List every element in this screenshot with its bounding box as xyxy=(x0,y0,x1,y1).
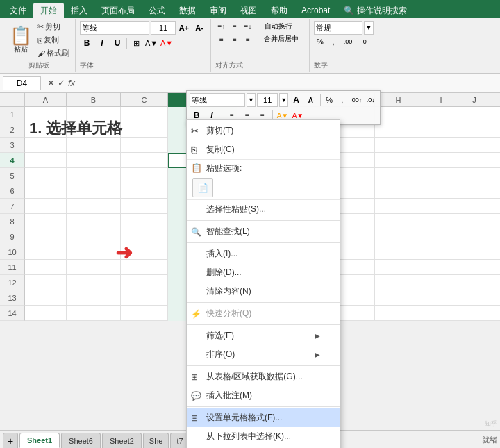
tab-home[interactable]: 开始 xyxy=(33,3,64,18)
sheet-tab-sheet6[interactable]: Sheet6 xyxy=(61,433,101,448)
copy-button[interactable]: ⎘ 复制 xyxy=(36,34,71,46)
wrap-text-button[interactable]: 自动换行 xyxy=(258,21,299,32)
col-header-j[interactable]: J xyxy=(460,93,488,107)
percent-button[interactable]: % xyxy=(314,36,326,47)
italic-button[interactable]: I xyxy=(95,36,109,50)
row-header-9[interactable]: 9 xyxy=(0,229,25,244)
ctx-sort[interactable]: 排序(O) ▶ xyxy=(187,345,340,364)
context-menu: ✂ 剪切(T) ⎘ 复制(C) 📋 粘贴选项: 📄 选择性粘贴(S)... 🔍 … xyxy=(186,119,340,448)
ctx-clear-contents[interactable]: 清除内容(N) xyxy=(187,282,340,301)
ctx-cut[interactable]: ✂ 剪切(T) xyxy=(187,122,340,140)
cell-reference-input[interactable] xyxy=(3,76,41,90)
row-header-13[interactable]: 13 xyxy=(0,290,25,306)
col-header-c[interactable]: C xyxy=(121,93,168,107)
ctx-insert-comment[interactable]: 💬 插入批注(M) xyxy=(187,386,340,405)
ctx-insert[interactable]: 插入(I)... xyxy=(187,244,340,263)
row-header-14[interactable]: 14 xyxy=(0,306,25,321)
row-header-3[interactable]: 3 xyxy=(0,138,25,153)
fill-color-button[interactable]: A▼ xyxy=(144,36,158,50)
format-painter-button[interactable]: 🖌 格式刷 xyxy=(36,47,71,59)
tab-insert[interactable]: 插入 xyxy=(64,3,94,18)
align-middle-button[interactable]: ≡ xyxy=(228,21,241,32)
row-header-8[interactable]: 8 xyxy=(0,214,25,229)
paste-button[interactable]: 📋 粘贴 xyxy=(7,25,35,56)
ribbon-tabs-bar: 文件 开始 插入 页面布局 公式 数据 审阅 视图 帮助 Acrobat 🔍 操… xyxy=(0,0,500,18)
ft-font-dropdown[interactable]: ▼ xyxy=(247,93,256,107)
format-painter-icon: 🖌 xyxy=(38,49,45,58)
formula-function-icon[interactable]: fx xyxy=(68,78,75,88)
align-left-button[interactable]: ≡ xyxy=(215,33,228,44)
ft-decrease-font[interactable]: A xyxy=(304,93,317,107)
font-name-select[interactable] xyxy=(80,21,149,35)
ctx-delete[interactable]: 删除(D)... xyxy=(187,263,340,282)
sheet-tab-add[interactable]: + xyxy=(3,433,18,448)
ft-comma[interactable]: , xyxy=(336,93,348,107)
tab-acrobat[interactable]: Acrobat xyxy=(294,3,337,18)
ft-percent[interactable]: % xyxy=(324,93,335,107)
row-header-4[interactable]: 4 xyxy=(0,153,25,168)
font-color-button[interactable]: A▼ xyxy=(160,36,174,50)
col-header-a[interactable]: A xyxy=(25,93,67,107)
font-size-input[interactable] xyxy=(151,21,176,35)
ft-font-name[interactable] xyxy=(190,93,245,107)
row-header-1[interactable]: 1 xyxy=(0,107,25,122)
col-header-b[interactable]: B xyxy=(67,93,121,107)
formula-input[interactable] xyxy=(81,76,497,90)
tab-help[interactable]: 帮助 xyxy=(264,3,294,18)
row-header-5[interactable]: 5 xyxy=(0,168,25,183)
ctx-selective-paste[interactable]: 选择性粘贴(S)... xyxy=(187,200,340,219)
ctx-format-cells[interactable]: ⊟ 设置单元格格式(F)... xyxy=(187,408,340,427)
ctx-paste-icon-1[interactable]: 📄 xyxy=(192,178,213,197)
tab-file[interactable]: 文件 xyxy=(3,3,33,18)
ft-dec-increase[interactable]: .00↑ xyxy=(349,93,362,107)
cut-icon: ✂ xyxy=(191,126,199,136)
number-format-dropdown[interactable]: ▼ xyxy=(364,21,374,35)
align-right-button[interactable]: ≡ xyxy=(242,33,254,44)
tab-view[interactable]: 视图 xyxy=(233,3,264,18)
tab-data[interactable]: 数据 xyxy=(172,3,203,18)
ft-increase-font[interactable]: A xyxy=(290,93,303,107)
bold-button[interactable]: B xyxy=(80,36,94,50)
ctx-get-from-table[interactable]: ⊞ 从表格/区域获取数据(G)... xyxy=(187,367,340,386)
formula-cancel-icon[interactable]: ✕ xyxy=(47,78,55,88)
table-icon: ⊞ xyxy=(191,372,198,382)
decimal-increase-button[interactable]: .00 xyxy=(340,36,356,47)
watermark: 知乎 xyxy=(485,420,497,429)
col-header-h[interactable]: H xyxy=(375,93,422,107)
comma-button[interactable]: , xyxy=(327,36,340,47)
ctx-quick-analysis[interactable]: ⚡ 快速分析(Q) xyxy=(187,304,340,323)
row-header-12[interactable]: 12 xyxy=(0,275,25,290)
align-center-button[interactable]: ≡ xyxy=(228,33,241,44)
ctx-filter[interactable]: 筛选(E) ▶ xyxy=(187,326,340,345)
row-header-2[interactable]: 2 xyxy=(0,122,25,138)
underline-button[interactable]: U xyxy=(110,36,124,50)
align-bottom-button[interactable]: ≡↓ xyxy=(242,21,254,32)
tab-review[interactable]: 审阅 xyxy=(203,3,233,18)
align-top-button[interactable]: ≡↑ xyxy=(215,21,228,32)
ctx-pick-from-list[interactable]: 从下拉列表中选择(K)... xyxy=(187,427,340,446)
tab-page-layout[interactable]: 页面布局 xyxy=(94,3,142,18)
col-header-i[interactable]: I xyxy=(422,93,460,107)
sheet-tab-she[interactable]: She xyxy=(143,433,169,448)
ft-font-size[interactable] xyxy=(257,93,278,107)
tab-search[interactable]: 🔍 操作说明搜索 xyxy=(337,3,413,18)
font-increase-button[interactable]: A+ xyxy=(177,21,191,35)
number-format-select[interactable] xyxy=(314,21,362,35)
row-header-6[interactable]: 6 xyxy=(0,183,25,199)
merge-center-button[interactable]: 合并后居中 xyxy=(258,33,305,44)
ft-size-dropdown[interactable]: ▼ xyxy=(279,93,288,107)
cut-button[interactable]: ✂ 剪切 xyxy=(36,21,71,33)
row-header-10[interactable]: 10 xyxy=(0,244,25,260)
formula-confirm-icon[interactable]: ✓ xyxy=(58,78,65,88)
ctx-smart-search[interactable]: 🔍 智能查找(L) xyxy=(187,222,340,241)
font-decrease-button[interactable]: A- xyxy=(192,21,206,35)
border-button[interactable]: ⊞ xyxy=(129,36,143,50)
row-header-7[interactable]: 7 xyxy=(0,199,25,214)
row-header-11[interactable]: 11 xyxy=(0,260,25,275)
ctx-copy[interactable]: ⎘ 复制(C) xyxy=(187,140,340,159)
sheet-tab-sheet1[interactable]: Sheet1 xyxy=(19,433,60,448)
ft-dec-decrease[interactable]: .0↓ xyxy=(364,93,377,107)
tab-formulas[interactable]: 公式 xyxy=(142,3,172,18)
sheet-tab-sheet2[interactable]: Sheet2 xyxy=(102,433,142,448)
decimal-decrease-button[interactable]: .0 xyxy=(356,36,372,47)
